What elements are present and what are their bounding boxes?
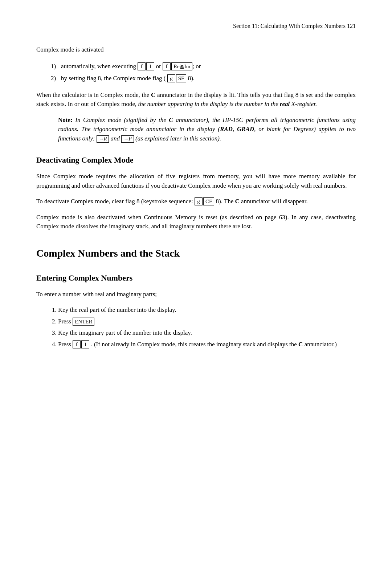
key-g2: g: [195, 197, 203, 205]
key-f3: f: [73, 340, 81, 348]
key-group-f-i: f I: [138, 62, 154, 70]
step-1: Key the real part of the number into the…: [58, 305, 356, 315]
list-item-2: 2) by setting flag 8, the Complex mode f…: [51, 74, 356, 83]
key-f: f: [138, 62, 146, 70]
key-to-r: →R: [97, 135, 109, 143]
complex-mode-description: When the calculator is in Complex mode, …: [36, 90, 356, 109]
heading-entering: Entering Complex Numbers: [36, 272, 356, 284]
list-item-1: 1) automatically, when executing f I or …: [51, 62, 356, 71]
para-deactivate-1: Since Complex mode requires the allocati…: [36, 172, 356, 190]
step-3: Key the imaginary part of the number int…: [58, 328, 356, 338]
key-g: g: [167, 74, 175, 82]
para-deactivate-3: Complex mode is also deactivated when Co…: [36, 213, 356, 231]
step-2: Press ENTER: [58, 317, 356, 326]
key-group-g-sf: g SF: [167, 74, 187, 82]
key-to-p: →P: [121, 135, 134, 143]
note-block: Note: In Complex mode (signified by the …: [58, 115, 356, 143]
key-i: I: [146, 62, 154, 70]
header-text: Section 11: Calculating With Complex Num…: [233, 23, 356, 29]
key-f2: f: [163, 62, 171, 70]
key-group-f-reim: f Re≧Im: [163, 62, 192, 70]
para-deactivate-2: To deactivate Complex mode, clear flag 8…: [36, 197, 356, 206]
activation-list: 1) automatically, when executing f I or …: [51, 62, 356, 83]
page-header: Section 11: Calculating With Complex Num…: [36, 22, 356, 30]
key-enter: ENTER: [73, 318, 94, 326]
key-i2: I: [81, 340, 89, 348]
heading-main: Complex Numbers and the Stack: [36, 246, 356, 261]
entering-steps-list: Key the real part of the number into the…: [58, 305, 356, 349]
complex-mode-intro: Complex mode is activated: [36, 45, 356, 54]
key-group-g-cf: g CF: [195, 197, 214, 205]
intro-section: Complex mode is activated 1) automatical…: [36, 45, 356, 83]
step-4: Press f I . (If not already in Complex m…: [58, 340, 356, 349]
key-arrow-p: →P: [121, 135, 134, 143]
para-entering: To enter a number with real and imaginar…: [36, 290, 356, 299]
key-sf: SF: [176, 74, 187, 82]
key-group-f-i-2: f I: [73, 340, 89, 348]
key-reim: Re≧Im: [171, 62, 192, 70]
key-cf: CF: [203, 197, 214, 205]
key-arrow-r: →R: [97, 135, 109, 143]
heading-deactivating: Deactivating Complex Mode: [36, 154, 356, 166]
